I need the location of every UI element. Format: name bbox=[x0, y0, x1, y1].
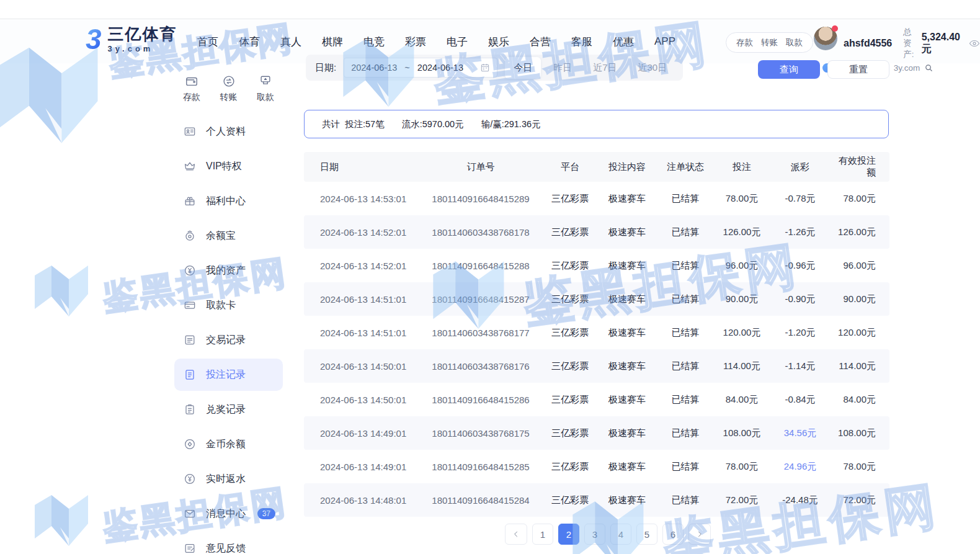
sidebar-item-feedback[interactable]: 意见反馈 bbox=[174, 532, 283, 554]
wallet-link-transfer[interactable]: 转账 bbox=[761, 37, 778, 48]
cell-payout: 24.96元 bbox=[770, 461, 831, 473]
wallet-link-deposit[interactable]: 存款 bbox=[736, 37, 753, 48]
cell-bet: 90.00元 bbox=[714, 293, 770, 305]
site-logo[interactable]: 3 三亿体育 3y.com bbox=[86, 25, 177, 53]
sidebar-item-welfare[interactable]: 福利中心 bbox=[174, 185, 283, 217]
quick-action-withdraw[interactable]: 取款 bbox=[248, 74, 283, 103]
nav-item-7[interactable]: 娱乐 bbox=[488, 35, 509, 49]
chevron-right-icon bbox=[695, 530, 704, 538]
cell-valid: 72.00元 bbox=[831, 494, 889, 506]
cell-order: 1801140916648415284 bbox=[419, 495, 543, 506]
nav-item-3[interactable]: 棋牌 bbox=[322, 35, 343, 49]
column-header-2: 平台 bbox=[543, 161, 597, 173]
sidebar-item-coin-balance[interactable]: 金币余额 bbox=[174, 428, 283, 460]
cell-order: 1801140603438768175 bbox=[419, 428, 543, 439]
cell-valid: 90.00元 bbox=[831, 293, 889, 305]
sidebar-item-label: 意见反馈 bbox=[206, 542, 246, 554]
cell-platform: 三亿彩票 bbox=[543, 394, 597, 406]
cell-bet: 72.00元 bbox=[714, 494, 770, 506]
nav-item-1[interactable]: 体育 bbox=[239, 35, 260, 49]
cell-content: 极速赛车 bbox=[597, 327, 657, 339]
sidebar-item-assets[interactable]: 我的资产 bbox=[174, 254, 283, 287]
sidebar-item-label: 消息中心 bbox=[206, 507, 246, 520]
search-button[interactable]: 查询 bbox=[758, 60, 820, 79]
deposit-icon bbox=[185, 74, 198, 88]
nav-item-4[interactable]: 电竞 bbox=[363, 35, 385, 49]
feedback-icon bbox=[184, 542, 196, 554]
cell-order: 1801140916648415289 bbox=[419, 194, 543, 204]
logo-domain: 3y.com bbox=[108, 44, 177, 53]
table-row: 2024-06-13 14:52:011801140916648415288三亿… bbox=[304, 249, 889, 282]
cell-payout: -24.48元 bbox=[770, 494, 831, 506]
cell-status: 已结算 bbox=[657, 327, 714, 339]
unread-count-badge: 37 bbox=[257, 508, 275, 519]
nav-item-8[interactable]: 合营 bbox=[530, 35, 551, 49]
wallet-link-withdraw[interactable]: 取款 bbox=[786, 37, 803, 48]
date-separator: ~ bbox=[404, 63, 409, 73]
cell-status: 已结算 bbox=[657, 226, 714, 238]
prev-page-button[interactable] bbox=[505, 524, 527, 545]
table-row: 2024-06-13 14:50:011801140916648415286三亿… bbox=[304, 383, 889, 416]
cell-content: 极速赛车 bbox=[597, 260, 657, 272]
cell-valid: 84.00元 bbox=[831, 394, 889, 406]
search-icon[interactable] bbox=[924, 63, 933, 73]
sidebar-item-profile[interactable]: 个人资料 bbox=[174, 115, 283, 148]
sidebar-item-bet-records[interactable]: 投注记录 bbox=[174, 359, 283, 391]
nav-item-9[interactable]: 客服 bbox=[571, 35, 592, 49]
calendar-icon[interactable] bbox=[480, 63, 490, 73]
range-button-today[interactable]: 今日 bbox=[505, 57, 541, 79]
cell-valid: 126.00元 bbox=[831, 226, 889, 238]
cell-platform: 三亿彩票 bbox=[543, 461, 597, 473]
page-button-2[interactable]: 2 bbox=[558, 524, 579, 545]
eye-icon[interactable] bbox=[969, 38, 980, 49]
cell-date: 2024-06-13 14:49:01 bbox=[304, 428, 419, 439]
page-button-5[interactable]: 5 bbox=[636, 524, 657, 545]
cell-valid: 108.00元 bbox=[831, 427, 889, 439]
reset-button[interactable]: 重置 bbox=[827, 60, 889, 79]
cell-status: 已结算 bbox=[657, 360, 714, 372]
quick-action-label: 转账 bbox=[220, 92, 238, 103]
next-page-button[interactable] bbox=[688, 524, 711, 545]
cell-date: 2024-06-13 14:49:01 bbox=[304, 462, 419, 472]
range-button-last-7-days[interactable]: 近7日 bbox=[584, 57, 625, 79]
sidebar-item-label: 金币余额 bbox=[206, 438, 246, 451]
quick-action-deposit[interactable]: 存款 bbox=[174, 74, 209, 103]
page-button-6[interactable]: 6 bbox=[662, 524, 684, 545]
quick-action-transfer[interactable]: 转账 bbox=[212, 74, 246, 103]
date-range-input[interactable]: 2024-06-13 ~ 2024-06-13 bbox=[344, 58, 497, 78]
nav-item-6[interactable]: 电子 bbox=[447, 35, 468, 49]
sidebar-item-messages[interactable]: 消息中心37 bbox=[174, 498, 283, 530]
nav-item-0[interactable]: 首页 bbox=[197, 35, 218, 49]
nav-item-11[interactable]: APP bbox=[654, 35, 675, 48]
cell-order: 1801140916648415287 bbox=[419, 294, 543, 305]
rebate-icon bbox=[184, 473, 196, 485]
cell-bet: 108.00元 bbox=[714, 427, 770, 439]
cell-status: 已结算 bbox=[657, 427, 714, 439]
table-row: 2024-06-13 14:53:011801140916648415289三亿… bbox=[304, 182, 889, 215]
cell-payout: -1.14元 bbox=[770, 360, 831, 372]
cell-bet: 114.00元 bbox=[714, 360, 770, 372]
cell-status: 已结算 bbox=[657, 193, 714, 205]
nav-item-10[interactable]: 优惠 bbox=[613, 35, 634, 49]
cell-valid: 120.00元 bbox=[831, 327, 889, 339]
sidebar-item-rebate[interactable]: 实时返水 bbox=[174, 463, 283, 495]
sidebar-item-redeem-records[interactable]: 兑奖记录 bbox=[174, 393, 283, 426]
page-button-3[interactable]: 3 bbox=[584, 524, 605, 545]
page-button-1[interactable]: 1 bbox=[532, 524, 553, 545]
cell-status: 已结算 bbox=[657, 394, 714, 406]
nav-item-2[interactable]: 真人 bbox=[280, 35, 301, 49]
coins-icon bbox=[184, 438, 196, 450]
table-row: 2024-06-13 14:49:011801140603438768175三亿… bbox=[304, 416, 889, 450]
nav-item-5[interactable]: 彩票 bbox=[405, 35, 426, 49]
cell-date: 2024-06-13 14:50:01 bbox=[304, 395, 419, 405]
range-button-yesterday[interactable]: 昨日 bbox=[545, 57, 581, 79]
sidebar-item-withdraw-card[interactable]: 取款卡 bbox=[174, 289, 283, 321]
cell-platform: 三亿彩票 bbox=[543, 260, 597, 272]
page-button-4[interactable]: 4 bbox=[610, 524, 631, 545]
sidebar-item-vip[interactable]: VIP特权 bbox=[174, 150, 283, 182]
sidebar-item-transactions[interactable]: 交易记录 bbox=[174, 324, 283, 356]
range-button-last-30-days[interactable]: 近30日 bbox=[630, 57, 676, 79]
cell-platform: 三亿彩票 bbox=[543, 427, 597, 439]
sidebar-item-yuebao[interactable]: 余额宝 bbox=[174, 220, 283, 252]
cell-status: 已结算 bbox=[657, 293, 714, 305]
